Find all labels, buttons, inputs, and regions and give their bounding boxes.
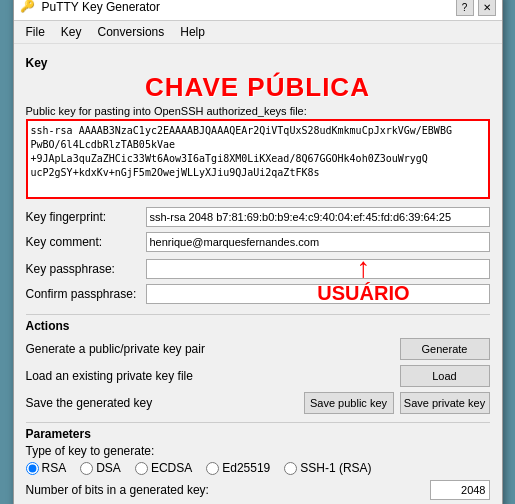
fingerprint-label: Key fingerprint: xyxy=(26,210,146,224)
menu-help[interactable]: Help xyxy=(172,23,213,41)
passphrase-label: Key passphrase: xyxy=(26,262,146,276)
key-section: Key CHAVE PÚBLICA Public key for pasting… xyxy=(26,56,490,304)
bits-label: Number of bits in a generated key: xyxy=(26,483,430,497)
menu-file[interactable]: File xyxy=(18,23,53,41)
save-row: Save the generated key Save public key S… xyxy=(26,392,490,414)
load-button[interactable]: Load xyxy=(400,365,490,387)
confirm-row: Confirm passphrase: xyxy=(26,284,490,304)
key-section-title: Key xyxy=(26,56,490,70)
pub-key-textarea[interactable] xyxy=(26,119,490,199)
menubar: File Key Conversions Help xyxy=(14,21,502,44)
window-title: PuTTY Key Generator xyxy=(42,0,450,14)
main-content: Key CHAVE PÚBLICA Public key for pasting… xyxy=(14,44,502,504)
help-button[interactable]: ? xyxy=(456,0,474,16)
actions-section: Actions Generate a public/private key pa… xyxy=(26,314,490,414)
load-row: Load an existing private key file Load xyxy=(26,365,490,387)
fingerprint-row: Key fingerprint: xyxy=(26,207,490,227)
putty-window: 🔑 PuTTY Key Generator ? ✕ File Key Conve… xyxy=(13,0,503,504)
radio-rsa[interactable]: RSA xyxy=(26,461,67,475)
comment-label: Key comment: xyxy=(26,235,146,249)
key-type-radio-row: RSA DSA ECDSA Ed25519 SSH-1 (RSA) xyxy=(26,461,490,475)
parameters-section: Parameters Type of key to generate: RSA … xyxy=(26,422,490,500)
generate-label: Generate a public/private key pair xyxy=(26,342,400,356)
confirm-label: Confirm passphrase: xyxy=(26,287,146,301)
passphrase-row: Key passphrase: xyxy=(26,259,490,279)
radio-ecdsa[interactable]: ECDSA xyxy=(135,461,192,475)
window-icon: 🔑 xyxy=(20,0,36,15)
load-label: Load an existing private key file xyxy=(26,369,400,383)
generate-button[interactable]: Generate xyxy=(400,338,490,360)
bits-row: Number of bits in a generated key: xyxy=(26,480,490,500)
radio-ed25519[interactable]: Ed25519 xyxy=(206,461,270,475)
save-private-button[interactable]: Save private key xyxy=(400,392,490,414)
title-bar: 🔑 PuTTY Key Generator ? ✕ xyxy=(14,0,502,21)
usuario-overlay: USUÁRIO xyxy=(317,282,409,305)
comment-row: Key comment: xyxy=(26,232,490,252)
actions-title: Actions xyxy=(26,319,490,333)
save-label: Save the generated key xyxy=(26,396,304,410)
save-buttons: Save public key Save private key xyxy=(304,392,490,414)
chave-publica-overlay: CHAVE PÚBLICA xyxy=(26,72,490,103)
fingerprint-input[interactable] xyxy=(146,207,490,227)
comment-input[interactable] xyxy=(146,232,490,252)
radio-ssh1[interactable]: SSH-1 (RSA) xyxy=(284,461,371,475)
bits-input[interactable] xyxy=(430,480,490,500)
close-button[interactable]: ✕ xyxy=(478,0,496,16)
menu-conversions[interactable]: Conversions xyxy=(90,23,173,41)
generate-row: Generate a public/private key pair Gener… xyxy=(26,338,490,360)
key-type-label: Type of key to generate: xyxy=(26,444,490,458)
parameters-title: Parameters xyxy=(26,427,490,441)
menu-key[interactable]: Key xyxy=(53,23,90,41)
radio-dsa[interactable]: DSA xyxy=(80,461,121,475)
usuario-arrow: ↑ xyxy=(356,254,370,282)
pub-key-label: Public key for pasting into OpenSSH auth… xyxy=(26,105,490,117)
save-public-button[interactable]: Save public key xyxy=(304,392,394,414)
title-bar-controls: ? ✕ xyxy=(456,0,496,16)
